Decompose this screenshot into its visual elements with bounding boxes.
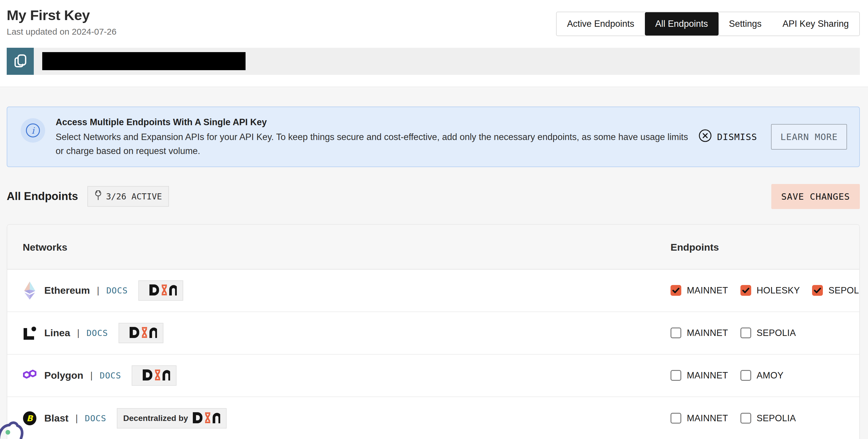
- endpoint-linea-mainnet[interactable]: MAINNET: [671, 328, 728, 338]
- network-row-ethereum: Ethereum | DOCS MAINNET: [7, 270, 859, 312]
- endpoint-ethereum-holesky[interactable]: HOLESKY: [740, 285, 800, 296]
- info-banner: i Access Multiple Endpoints With A Singl…: [7, 106, 860, 167]
- din-logo-icon: [149, 284, 177, 297]
- network-row-blast: B Blast | DOCS Decentralized by MAINNET: [7, 397, 859, 439]
- endpoints-cell: MAINNET SEPOLIA: [671, 328, 796, 338]
- ethereum-icon: [23, 281, 37, 300]
- checkbox[interactable]: [671, 285, 681, 296]
- docs-link[interactable]: DOCS: [85, 413, 106, 423]
- endpoints-column-header: Endpoints: [671, 225, 719, 270]
- redacted-api-key: [42, 52, 246, 70]
- endpoint-polygon-amoy[interactable]: AMOY: [740, 370, 784, 381]
- docs-link[interactable]: DOCS: [100, 371, 121, 380]
- all-endpoints-heading: All Endpoints: [7, 190, 78, 203]
- checkbox-label: MAINNET: [687, 328, 728, 338]
- table-header: Networks Endpoints: [7, 225, 859, 270]
- checkbox[interactable]: [740, 370, 751, 381]
- info-icon: i: [21, 118, 45, 143]
- checkbox[interactable]: [671, 370, 681, 381]
- checkbox-label: SEPOLIA: [757, 328, 796, 338]
- api-key-field[interactable]: [34, 48, 860, 75]
- endpoint-polygon-mainnet[interactable]: MAINNET: [671, 370, 728, 381]
- checkbox-label: AMOY: [757, 370, 784, 381]
- separator: |: [90, 370, 93, 381]
- tab-bar: Active EndpointsAll EndpointsSettingsAPI…: [556, 12, 860, 36]
- endpoints-cell: MAINNET AMOY: [671, 370, 783, 381]
- tab-settings[interactable]: Settings: [719, 12, 772, 35]
- network-row-linea: Linea | DOCS MAINNET SEPOLIA: [7, 312, 859, 354]
- copy-icon: [14, 54, 27, 69]
- checkbox[interactable]: [812, 285, 823, 296]
- endpoints-cell: MAINNET SEPOLIA: [671, 413, 796, 424]
- save-changes-button[interactable]: SAVE CHANGES: [771, 184, 860, 209]
- dismiss-label: DISMISS: [717, 132, 757, 142]
- checkbox[interactable]: [740, 413, 751, 424]
- separator: |: [97, 285, 99, 296]
- title-block: My First Key Last updated on 2024-07-26: [7, 7, 117, 37]
- polygon-icon: [23, 369, 37, 382]
- page-title: My First Key: [7, 7, 117, 23]
- separator: |: [75, 413, 78, 424]
- last-updated-text: Last updated on 2024-07-26: [7, 27, 117, 37]
- linea-icon: [23, 326, 37, 340]
- docs-link[interactable]: DOCS: [106, 285, 128, 296]
- api-key-row: [7, 48, 860, 75]
- endpoint-ethereum-sepolia[interactable]: SEPOLIA: [812, 285, 860, 296]
- checkbox-label: MAINNET: [687, 413, 728, 424]
- dismiss-circle-icon: [699, 129, 712, 144]
- checkbox[interactable]: [740, 328, 751, 338]
- endpoint-blast-mainnet[interactable]: MAINNET: [671, 413, 728, 424]
- active-count-badge: 3/26 ACTIVE: [87, 186, 169, 207]
- copy-api-key-button[interactable]: [7, 48, 34, 75]
- checkbox-label: MAINNET: [687, 285, 728, 296]
- plug-icon: [94, 191, 102, 202]
- endpoints-cell: MAINNET HOLESKY SEPOLIA: [671, 285, 860, 296]
- chat-widget-icon[interactable]: [0, 416, 30, 439]
- endpoints-table: Networks Endpoints Ethereum | DOCS: [7, 224, 860, 439]
- banner-text: Access Multiple Endpoints With A Single …: [56, 116, 696, 158]
- checkbox-label: SEPOLIA: [828, 285, 860, 296]
- decentralized-badge: [132, 365, 177, 386]
- banner-actions: DISMISS LEARN MORE: [699, 124, 847, 149]
- separator: |: [77, 328, 80, 338]
- tab-active-endpoints[interactable]: Active Endpoints: [557, 12, 645, 35]
- checkbox[interactable]: [740, 285, 751, 296]
- endpoint-ethereum-mainnet[interactable]: MAINNET: [671, 285, 728, 296]
- din-logo-icon: [130, 327, 157, 339]
- decentralized-badge: [138, 280, 183, 301]
- checkbox-label: SEPOLIA: [757, 413, 796, 424]
- decentralized-badge: [119, 323, 163, 343]
- checkbox-label: HOLESKY: [757, 285, 800, 296]
- decentralized-badge: Decentralized by: [117, 408, 227, 429]
- banner-title: Access Multiple Endpoints With A Single …: [56, 116, 696, 128]
- din-logo-icon: [143, 369, 170, 382]
- table-rows: Ethereum | DOCS MAINNET: [7, 270, 859, 439]
- network-name: Blast: [44, 412, 68, 424]
- decentralized-badge-text: Decentralized by: [123, 414, 188, 423]
- network-name: Polygon: [44, 370, 83, 381]
- dismiss-button[interactable]: DISMISS: [699, 129, 757, 144]
- page-header: My First Key Last updated on 2024-07-26 …: [0, 0, 868, 87]
- docs-link[interactable]: DOCS: [87, 328, 108, 338]
- network-name: Ethereum: [44, 285, 90, 296]
- learn-more-button[interactable]: LEARN MORE: [771, 124, 847, 149]
- endpoint-linea-sepolia[interactable]: SEPOLIA: [740, 328, 796, 338]
- network-name: Linea: [44, 327, 70, 339]
- checkbox[interactable]: [671, 328, 681, 338]
- din-logo-icon: [193, 412, 220, 425]
- network-row-polygon: Polygon | DOCS MAINNET AMOY: [7, 354, 859, 397]
- networks-column-header: Networks: [23, 225, 67, 270]
- tab-api-key-sharing[interactable]: API Key Sharing: [772, 12, 859, 35]
- checkbox[interactable]: [671, 413, 681, 424]
- banner-body: Select Networks and Expansion APIs for y…: [56, 130, 696, 158]
- checkbox-label: MAINNET: [687, 370, 728, 381]
- tab-all-endpoints[interactable]: All Endpoints: [645, 12, 719, 35]
- page-main: i Access Multiple Endpoints With A Singl…: [0, 88, 868, 439]
- endpoint-blast-sepolia[interactable]: SEPOLIA: [740, 413, 796, 424]
- section-head: All Endpoints 3/26 ACTIVE SAVE CHANGES: [7, 184, 860, 209]
- active-count-text: 3/26 ACTIVE: [106, 192, 162, 201]
